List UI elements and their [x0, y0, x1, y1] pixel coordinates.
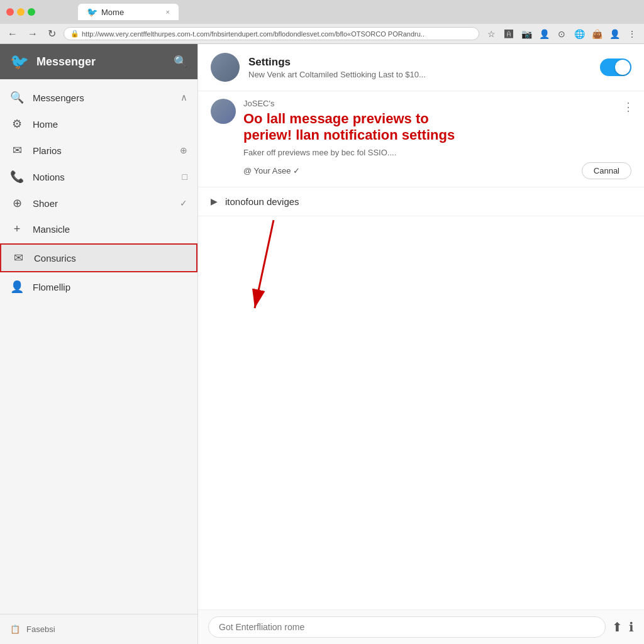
account-tag: @ Your Asee ✓	[243, 166, 300, 175]
bookmark-icon[interactable]: ☆	[484, 27, 498, 41]
settings-info: Settings New Venk art Coltamiled Settiok…	[248, 56, 591, 79]
browser-chrome: 🐦 Mome × ← → ↻ 🔒 http://www.very.centffe…	[0, 0, 644, 44]
add-icon: ⊕	[180, 145, 187, 155]
flomellip-icon: 👤	[10, 280, 24, 294]
ext-icon-6[interactable]: 👜	[590, 27, 604, 41]
at-symbol: @ Your Asee	[243, 166, 291, 175]
more-options-icon[interactable]: ⋮	[623, 100, 634, 114]
toggle-knob	[615, 60, 630, 75]
message-sub: Faker off previews mee by bec fol SSIO..…	[243, 148, 631, 157]
message-card: JoSEC's Oo lall message previews to peri…	[198, 91, 644, 187]
browser-tab[interactable]: 🐦 Mome ×	[78, 4, 179, 20]
chevron-up-icon: ∧	[180, 92, 187, 103]
messengers-icon: 🔍	[10, 91, 24, 104]
notions-icon: 📞	[10, 170, 24, 184]
main-content: Settings New Venk art Coltamiled Settiok…	[198, 44, 644, 644]
message-actions: @ Your Asee ✓ Cannal	[243, 162, 631, 179]
tab-close-button[interactable]: ×	[166, 8, 170, 16]
message-input[interactable]	[208, 616, 606, 638]
address-bar[interactable]: 🔒 http://www.very.centffelthurpes.com-t.…	[64, 27, 479, 40]
consurics-icon: ✉	[11, 251, 25, 265]
expandable-row[interactable]: ▶ itonofoun deviges	[198, 187, 644, 216]
settings-title: Settings	[248, 56, 591, 69]
expand-label: itonofoun deviges	[225, 196, 299, 207]
check-mark-icon: ✓	[293, 166, 300, 175]
ext-icon-5[interactable]: 🌐	[572, 27, 586, 41]
sidebar-item-label: Shoer	[33, 198, 171, 209]
ext-icon-1[interactable]: 🅰	[502, 27, 516, 41]
cancel-button[interactable]: Cannal	[582, 162, 631, 179]
sidebar-item-mansicle[interactable]: + Mansicle	[0, 216, 197, 242]
footer-label: Fasebsi	[26, 625, 55, 634]
sidebar-item-label: Flomellip	[33, 282, 187, 292]
square-icon: □	[182, 172, 187, 182]
footer-icon: 📋	[10, 625, 20, 634]
refresh-button[interactable]: ↻	[45, 26, 58, 41]
mansicle-icon: +	[10, 223, 24, 236]
profile-icon[interactable]: 👤	[608, 27, 621, 41]
minimize-dot[interactable]	[17, 8, 25, 16]
browser-toolbar: ← → ↻ 🔒 http://www.very.centffelthurpes.…	[0, 24, 644, 44]
sidebar-item-label: Notions	[33, 172, 174, 182]
twitter-logo: 🐦	[10, 53, 29, 70]
info-button[interactable]: ℹ	[629, 619, 634, 635]
settings-subtitle: New Venk art Coltamiled Settioking Last …	[248, 70, 591, 79]
tab-title: Mome	[101, 8, 124, 17]
browser-titlebar: 🐦 Mome ×	[0, 0, 644, 24]
sidebar-item-flomellip[interactable]: 👤 Flomellip	[0, 274, 197, 300]
ext-icon-2[interactable]: 📷	[519, 27, 533, 41]
window-controls	[6, 8, 35, 16]
sidebar-item-label: Plarios	[33, 145, 171, 156]
sidebar-item-plarios[interactable]: ✉ Plarios ⊕	[0, 137, 197, 164]
preview-line1: Oo lall message previews to	[243, 111, 429, 126]
shoer-icon: ⊕	[10, 196, 24, 210]
sidebar-header: 🐦 Messenger 🔍	[0, 44, 197, 79]
message-avatar	[211, 99, 236, 124]
close-dot[interactable]	[6, 8, 14, 16]
sidebar-title: Messenger	[36, 55, 96, 69]
avatar-image	[211, 53, 240, 82]
ext-icon-3[interactable]: 👤	[537, 27, 551, 41]
message-preview: Oo lall message previews to periew! llan…	[243, 111, 631, 144]
message-content: JoSEC's Oo lall message previews to peri…	[243, 99, 631, 179]
address-text: http://www.very.centffelthurpes.com-t.co…	[82, 30, 425, 38]
browser-tabs: 🐦 Mome ×	[40, 4, 216, 20]
ext-icon-4[interactable]: ⊙	[555, 27, 569, 41]
sidebar-item-label: Messengers	[33, 92, 172, 103]
sidebar: 🐦 Messenger 🔍 🔍 Messengers ∧ ⚙ Home ✉ Pl…	[0, 44, 198, 644]
play-icon: ▶	[211, 196, 218, 206]
avatar	[211, 53, 240, 82]
plarios-icon: ✉	[10, 143, 24, 157]
lock-icon: 🔒	[70, 30, 79, 38]
message-sender: JoSEC's	[243, 99, 631, 108]
sidebar-item-shoer[interactable]: ⊕ Shoer ✓	[0, 190, 197, 216]
home-icon: ⚙	[10, 117, 24, 131]
sidebar-item-label: Mansicle	[33, 224, 187, 235]
sidebar-item-messengers[interactable]: 🔍 Messengers ∧	[0, 84, 197, 111]
maximize-dot[interactable]	[28, 8, 35, 16]
sidebar-item-home[interactable]: ⚙ Home	[0, 111, 197, 137]
sidebar-item-label: Consurics	[34, 253, 186, 264]
send-button[interactable]: ⬆	[612, 619, 623, 635]
tab-favicon: 🐦	[87, 7, 97, 17]
message-header: JoSEC's Oo lall message previews to peri…	[211, 99, 631, 179]
footer-item[interactable]: 📋 Fasebsi	[10, 619, 187, 639]
sidebar-item-label: Home	[33, 119, 187, 130]
forward-button[interactable]: →	[25, 27, 40, 41]
sidebar-item-consurics[interactable]: ✉ Consurics	[0, 243, 197, 272]
back-button[interactable]: ←	[5, 27, 20, 41]
preview-line2: periew! llan notification settings	[243, 127, 455, 143]
search-icon[interactable]: 🔍	[174, 55, 187, 69]
bottom-bar: ⬆ ℹ	[198, 609, 644, 644]
settings-panel: Settings New Venk art Coltamiled Settiok…	[198, 44, 644, 91]
toolbar-icons: ☆ 🅰 📷 👤 ⊙ 🌐 👜 👤 ⋮	[484, 27, 639, 41]
sidebar-item-notions[interactable]: 📞 Notions □	[0, 164, 197, 190]
toggle-switch[interactable]	[600, 58, 631, 76]
sidebar-nav: 🔍 Messengers ∧ ⚙ Home ✉ Plarios ⊕ 📞 Noti…	[0, 79, 197, 614]
check-icon: ✓	[180, 198, 187, 208]
app-container: 🐦 Messenger 🔍 🔍 Messengers ∧ ⚙ Home ✉ Pl…	[0, 44, 644, 644]
menu-icon[interactable]: ⋮	[625, 27, 639, 41]
sidebar-footer: 📋 Fasebsi	[0, 614, 197, 644]
main-content-wrapper: Settings New Venk art Coltamiled Settiok…	[198, 44, 644, 644]
